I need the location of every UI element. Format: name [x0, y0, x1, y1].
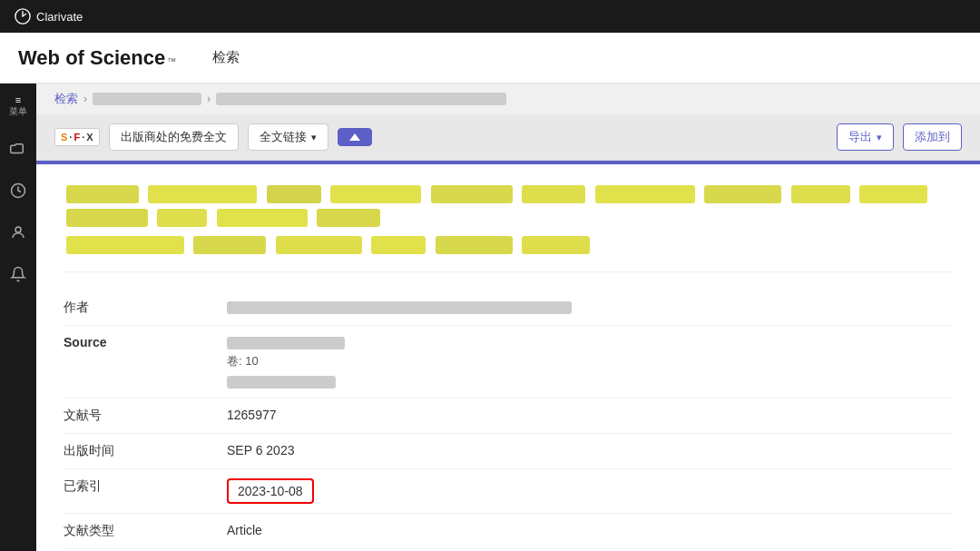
breadcrumb-blurred2 [216, 93, 506, 105]
sfx-f: F [74, 132, 80, 143]
vol-value: 10 [245, 354, 258, 368]
person-icon[interactable] [5, 219, 32, 246]
article-card: 作者 Source 卷: 10 [36, 161, 980, 551]
title-block [371, 236, 426, 254]
docid-row: 文献号 1265977 [64, 398, 953, 434]
indexed-value: 2023-10-08 [227, 478, 953, 504]
article-title-line1 [64, 182, 953, 230]
meta-table: 作者 Source 卷: 10 [64, 290, 953, 549]
doctype-label: 文献类型 [64, 523, 227, 539]
sidebar: ≡ 菜单 [0, 84, 36, 551]
doctype-row: 文献类型 Article [64, 514, 953, 549]
menu-label: 菜单 [9, 106, 27, 117]
title-block [330, 185, 421, 203]
content-area: 检索 › › S·F·X 出版商处的免费全文 全文链接 导出 添加到 [36, 84, 980, 551]
export-button[interactable]: 导出 [837, 123, 894, 151]
title-block [595, 185, 695, 203]
title-block [431, 185, 513, 203]
menu-icon: ≡ [9, 94, 27, 106]
sidebar-toggle[interactable]: ≡ 菜单 [5, 91, 31, 121]
source-blurred2 [227, 376, 336, 389]
sfx-badge: S·F·X [54, 128, 100, 146]
wos-logo: Web of Science ™ [18, 46, 176, 70]
upload-button[interactable] [338, 128, 372, 146]
author-label: 作者 [64, 300, 227, 316]
sfx-x: X [86, 132, 93, 143]
title-block [148, 185, 257, 203]
title-block [157, 209, 207, 227]
breadcrumb-sep1: › [83, 93, 87, 105]
title-block [193, 236, 266, 254]
breadcrumb: 检索 › › [36, 84, 980, 114]
nav-search[interactable]: 检索 [212, 49, 240, 66]
fulllink-button[interactable]: 全文链接 [248, 123, 328, 151]
breadcrumb-sep2: › [207, 93, 211, 105]
title-block [436, 236, 513, 254]
indexed-label: 已索引 [64, 478, 227, 495]
author-value [227, 300, 953, 314]
article-title-area [64, 182, 953, 272]
add-button[interactable]: 添加到 [903, 123, 962, 151]
breadcrumb-blurred1 [93, 93, 201, 105]
title-block [66, 185, 139, 203]
fulltext-button[interactable]: 出版商处的免费全文 [109, 123, 239, 151]
title-block [859, 185, 927, 203]
title-block [276, 236, 362, 254]
clarivate-logo: Clarivate [15, 8, 83, 25]
wos-title: Web of Science [18, 46, 165, 70]
bell-icon[interactable] [5, 261, 32, 288]
title-block [66, 236, 184, 254]
title-block [217, 209, 308, 227]
title-block [522, 185, 585, 203]
source-value: 卷: 10 [227, 335, 953, 389]
wos-tm: ™ [167, 56, 176, 66]
clarivate-label: Clarivate [36, 10, 83, 24]
source-row: Source 卷: 10 [64, 326, 953, 398]
docid-label: 文献号 [64, 408, 227, 424]
title-block [66, 209, 148, 227]
pubdate-row: 出版时间 SEP 6 2023 [64, 434, 953, 469]
arrow-up-icon [349, 133, 360, 141]
title-block [791, 185, 850, 203]
sfx-s: S [61, 132, 67, 143]
doctype-value: Article [227, 523, 953, 537]
svg-point-2 [15, 227, 21, 232]
folder-icon[interactable] [5, 135, 32, 162]
header-bar: Web of Science ™ 检索 [0, 33, 980, 84]
source-vol-line: 卷: 10 [227, 353, 953, 369]
indexed-row: 已索引 2023-10-08 [64, 469, 953, 514]
pubdate-value: SEP 6 2023 [227, 443, 953, 458]
title-block [522, 236, 590, 254]
source-blurred [227, 337, 345, 349]
author-blurred [227, 301, 572, 314]
clock-icon[interactable] [5, 177, 32, 204]
title-block [704, 185, 781, 203]
author-row: 作者 [64, 290, 953, 326]
source-label: Source [64, 335, 227, 349]
clarivate-icon [15, 8, 31, 25]
top-bar: Clarivate [0, 0, 980, 33]
article-title-line2 [64, 233, 953, 257]
pubdate-label: 出版时间 [64, 443, 227, 459]
breadcrumb-search-link[interactable]: 检索 [54, 91, 78, 107]
vol-prefix: 卷: [227, 354, 245, 368]
indexed-date: 2023-10-08 [227, 478, 314, 504]
docid-value: 1265977 [227, 408, 953, 422]
main-layout: ≡ 菜单 [0, 84, 980, 551]
title-block [317, 209, 380, 227]
toolbar: S·F·X 出版商处的免费全文 全文链接 导出 添加到 [36, 114, 980, 161]
title-block [267, 185, 321, 203]
